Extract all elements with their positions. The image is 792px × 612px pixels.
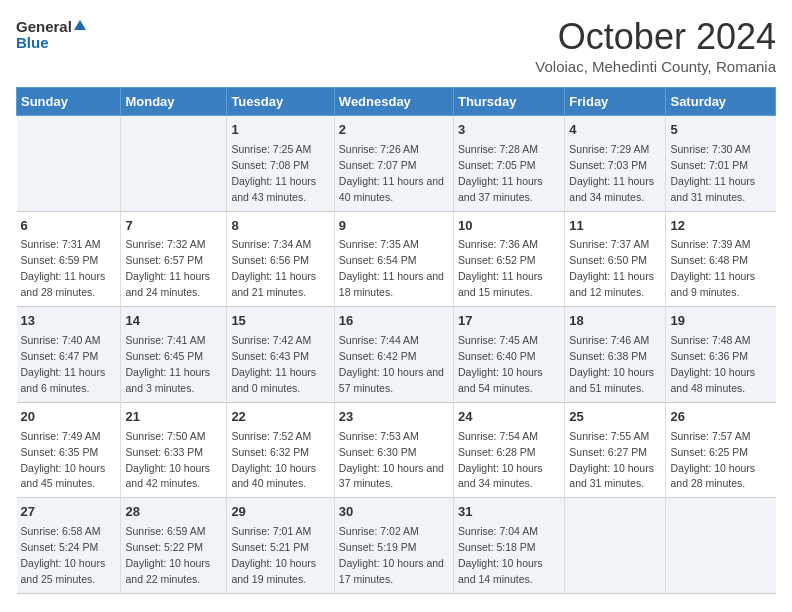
calendar-cell: 29Sunrise: 7:01 AM Sunset: 5:21 PM Dayli… [227, 498, 334, 594]
day-number: 30 [339, 503, 449, 522]
col-header-monday: Monday [121, 88, 227, 116]
day-number: 29 [231, 503, 329, 522]
day-info: Sunrise: 7:04 AM Sunset: 5:18 PM Dayligh… [458, 525, 543, 585]
col-header-sunday: Sunday [17, 88, 121, 116]
day-number: 26 [670, 408, 771, 427]
calendar-cell: 1Sunrise: 7:25 AM Sunset: 7:08 PM Daylig… [227, 116, 334, 212]
calendar-cell: 4Sunrise: 7:29 AM Sunset: 7:03 PM Daylig… [565, 116, 666, 212]
day-info: Sunrise: 7:28 AM Sunset: 7:05 PM Dayligh… [458, 143, 543, 203]
week-row-3: 20Sunrise: 7:49 AM Sunset: 6:35 PM Dayli… [17, 402, 776, 498]
calendar-cell: 12Sunrise: 7:39 AM Sunset: 6:48 PM Dayli… [666, 211, 776, 307]
calendar-cell: 11Sunrise: 7:37 AM Sunset: 6:50 PM Dayli… [565, 211, 666, 307]
svg-text:Blue: Blue [16, 34, 49, 51]
week-row-1: 6Sunrise: 7:31 AM Sunset: 6:59 PM Daylig… [17, 211, 776, 307]
day-number: 10 [458, 217, 560, 236]
day-info: Sunrise: 7:46 AM Sunset: 6:38 PM Dayligh… [569, 334, 654, 394]
col-header-wednesday: Wednesday [334, 88, 453, 116]
day-info: Sunrise: 7:44 AM Sunset: 6:42 PM Dayligh… [339, 334, 444, 394]
calendar-cell: 3Sunrise: 7:28 AM Sunset: 7:05 PM Daylig… [453, 116, 564, 212]
day-number: 24 [458, 408, 560, 427]
calendar-cell: 14Sunrise: 7:41 AM Sunset: 6:45 PM Dayli… [121, 307, 227, 403]
calendar-table: SundayMondayTuesdayWednesdayThursdayFrid… [16, 87, 776, 594]
day-info: Sunrise: 7:37 AM Sunset: 6:50 PM Dayligh… [569, 238, 654, 298]
calendar-cell: 21Sunrise: 7:50 AM Sunset: 6:33 PM Dayli… [121, 402, 227, 498]
day-info: Sunrise: 7:26 AM Sunset: 7:07 PM Dayligh… [339, 143, 444, 203]
day-number: 23 [339, 408, 449, 427]
calendar-cell: 7Sunrise: 7:32 AM Sunset: 6:57 PM Daylig… [121, 211, 227, 307]
calendar-cell: 13Sunrise: 7:40 AM Sunset: 6:47 PM Dayli… [17, 307, 121, 403]
week-row-2: 13Sunrise: 7:40 AM Sunset: 6:47 PM Dayli… [17, 307, 776, 403]
day-number: 6 [21, 217, 117, 236]
day-info: Sunrise: 7:01 AM Sunset: 5:21 PM Dayligh… [231, 525, 316, 585]
day-info: Sunrise: 7:55 AM Sunset: 6:27 PM Dayligh… [569, 430, 654, 490]
day-info: Sunrise: 7:45 AM Sunset: 6:40 PM Dayligh… [458, 334, 543, 394]
day-info: Sunrise: 7:54 AM Sunset: 6:28 PM Dayligh… [458, 430, 543, 490]
day-number: 18 [569, 312, 661, 331]
col-header-tuesday: Tuesday [227, 88, 334, 116]
day-number: 9 [339, 217, 449, 236]
calendar-cell: 2Sunrise: 7:26 AM Sunset: 7:07 PM Daylig… [334, 116, 453, 212]
day-number: 27 [21, 503, 117, 522]
calendar-cell: 16Sunrise: 7:44 AM Sunset: 6:42 PM Dayli… [334, 307, 453, 403]
calendar-cell [565, 498, 666, 594]
calendar-cell: 15Sunrise: 7:42 AM Sunset: 6:43 PM Dayli… [227, 307, 334, 403]
calendar-cell: 23Sunrise: 7:53 AM Sunset: 6:30 PM Dayli… [334, 402, 453, 498]
day-number: 8 [231, 217, 329, 236]
day-info: Sunrise: 7:50 AM Sunset: 6:33 PM Dayligh… [125, 430, 210, 490]
day-number: 7 [125, 217, 222, 236]
calendar-cell: 26Sunrise: 7:57 AM Sunset: 6:25 PM Dayli… [666, 402, 776, 498]
day-number: 5 [670, 121, 771, 140]
day-number: 1 [231, 121, 329, 140]
day-number: 31 [458, 503, 560, 522]
logo: General Blue [16, 16, 86, 58]
calendar-cell: 5Sunrise: 7:30 AM Sunset: 7:01 PM Daylig… [666, 116, 776, 212]
day-number: 15 [231, 312, 329, 331]
day-info: Sunrise: 7:40 AM Sunset: 6:47 PM Dayligh… [21, 334, 106, 394]
svg-marker-2 [74, 20, 86, 30]
day-info: Sunrise: 7:02 AM Sunset: 5:19 PM Dayligh… [339, 525, 444, 585]
day-number: 11 [569, 217, 661, 236]
day-number: 2 [339, 121, 449, 140]
day-info: Sunrise: 7:25 AM Sunset: 7:08 PM Dayligh… [231, 143, 316, 203]
col-header-friday: Friday [565, 88, 666, 116]
calendar-cell: 20Sunrise: 7:49 AM Sunset: 6:35 PM Dayli… [17, 402, 121, 498]
day-number: 28 [125, 503, 222, 522]
month-title: October 2024 [535, 16, 776, 58]
calendar-cell: 19Sunrise: 7:48 AM Sunset: 6:36 PM Dayli… [666, 307, 776, 403]
day-number: 21 [125, 408, 222, 427]
calendar-cell: 10Sunrise: 7:36 AM Sunset: 6:52 PM Dayli… [453, 211, 564, 307]
day-info: Sunrise: 7:39 AM Sunset: 6:48 PM Dayligh… [670, 238, 755, 298]
day-info: Sunrise: 6:59 AM Sunset: 5:22 PM Dayligh… [125, 525, 210, 585]
day-number: 4 [569, 121, 661, 140]
day-info: Sunrise: 6:58 AM Sunset: 5:24 PM Dayligh… [21, 525, 106, 585]
day-number: 22 [231, 408, 329, 427]
day-info: Sunrise: 7:29 AM Sunset: 7:03 PM Dayligh… [569, 143, 654, 203]
calendar-cell: 17Sunrise: 7:45 AM Sunset: 6:40 PM Dayli… [453, 307, 564, 403]
day-info: Sunrise: 7:57 AM Sunset: 6:25 PM Dayligh… [670, 430, 755, 490]
day-info: Sunrise: 7:49 AM Sunset: 6:35 PM Dayligh… [21, 430, 106, 490]
calendar-cell: 8Sunrise: 7:34 AM Sunset: 6:56 PM Daylig… [227, 211, 334, 307]
day-info: Sunrise: 7:48 AM Sunset: 6:36 PM Dayligh… [670, 334, 755, 394]
day-number: 25 [569, 408, 661, 427]
day-number: 14 [125, 312, 222, 331]
day-number: 19 [670, 312, 771, 331]
day-number: 12 [670, 217, 771, 236]
calendar-cell: 9Sunrise: 7:35 AM Sunset: 6:54 PM Daylig… [334, 211, 453, 307]
calendar-cell: 31Sunrise: 7:04 AM Sunset: 5:18 PM Dayli… [453, 498, 564, 594]
day-info: Sunrise: 7:35 AM Sunset: 6:54 PM Dayligh… [339, 238, 444, 298]
day-info: Sunrise: 7:34 AM Sunset: 6:56 PM Dayligh… [231, 238, 316, 298]
calendar-cell [17, 116, 121, 212]
day-info: Sunrise: 7:36 AM Sunset: 6:52 PM Dayligh… [458, 238, 543, 298]
header-row: SundayMondayTuesdayWednesdayThursdayFrid… [17, 88, 776, 116]
day-info: Sunrise: 7:41 AM Sunset: 6:45 PM Dayligh… [125, 334, 210, 394]
svg-text:General: General [16, 18, 72, 35]
day-info: Sunrise: 7:32 AM Sunset: 6:57 PM Dayligh… [125, 238, 210, 298]
col-header-thursday: Thursday [453, 88, 564, 116]
calendar-cell: 28Sunrise: 6:59 AM Sunset: 5:22 PM Dayli… [121, 498, 227, 594]
day-number: 20 [21, 408, 117, 427]
calendar-cell: 18Sunrise: 7:46 AM Sunset: 6:38 PM Dayli… [565, 307, 666, 403]
day-number: 3 [458, 121, 560, 140]
calendar-cell [121, 116, 227, 212]
day-info: Sunrise: 7:31 AM Sunset: 6:59 PM Dayligh… [21, 238, 106, 298]
day-number: 16 [339, 312, 449, 331]
